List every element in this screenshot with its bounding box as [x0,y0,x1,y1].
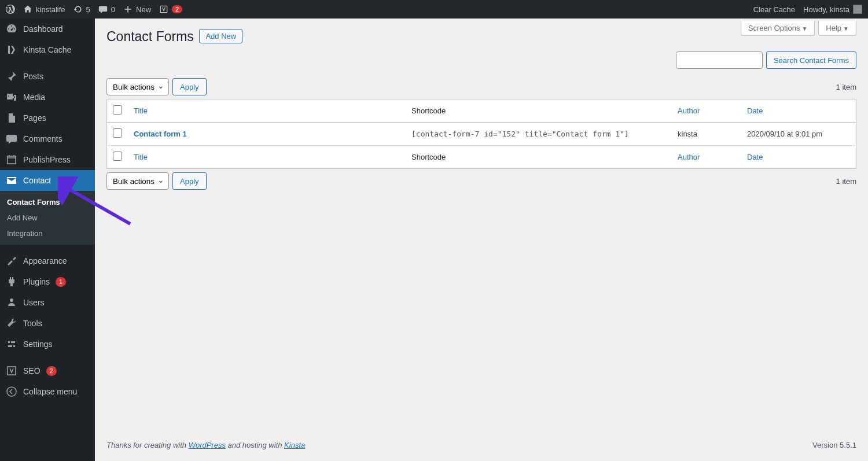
comments-link[interactable]: 0 [98,5,115,14]
new-content-link[interactable]: New [123,5,151,14]
sidebar-item-label: Collapse menu [23,387,77,396]
row-title-link[interactable]: Contact form 1 [134,130,187,138]
item-count-bottom: 1 item [836,177,856,186]
col-date-footer[interactable]: Date [741,146,856,169]
screen-options-tab[interactable]: Screen Options▼ [741,21,815,36]
site-name: kinstalife [36,5,65,14]
search-input[interactable] [676,51,763,69]
col-author-footer[interactable]: Author [672,146,741,169]
sidebar-item-media[interactable]: Media [0,87,95,108]
sidebar-item-label: PublishPress [23,155,71,164]
yoast-count: 2 [172,5,182,13]
sidebar-item-label: SEO [23,366,41,375]
sidebar-item-label: Kinsta Cache [23,45,71,54]
submenu-contact-forms[interactable]: Contact Forms [0,194,95,210]
apply-button[interactable]: Apply [172,78,207,95]
sidebar-item-comments[interactable]: Comments [0,128,95,149]
page-title: Contact Forms [106,29,194,45]
new-label: New [136,5,151,14]
col-shortcode: Shortcode [406,99,672,123]
clear-cache-label: Clear Cache [753,5,795,14]
avatar [853,5,862,14]
bulk-actions-select[interactable]: Bulk actions [106,78,169,95]
updates-count: 5 [86,5,90,14]
sidebar-item-label: Dashboard [23,24,63,34]
table-row: Contact form 1 [contact-form-7 id="152" … [107,123,856,146]
sidebar-item-seo[interactable]: SEO2 [0,360,95,381]
pages-icon [6,112,17,124]
calendar-icon [6,154,17,165]
sidebar-item-label: Users [23,298,45,307]
sidebar-item-users[interactable]: Users [0,292,95,313]
svg-point-0 [7,387,16,396]
kinsta-link[interactable]: Kinsta [284,441,305,449]
bulk-actions-select-bottom[interactable]: Bulk actions [106,172,169,190]
contact-submenu: Contact Forms Add New Integration [0,191,95,245]
clear-cache-link[interactable]: Clear Cache [753,5,795,14]
comments-icon [6,133,17,145]
admin-sidebar: Dashboard Kinsta Cache Posts Media Pages… [0,19,95,461]
wp-logo[interactable] [6,5,15,14]
sidebar-item-label: Posts [23,72,43,81]
yoast-icon [159,5,168,14]
footer: Thanks for creating with WordPress and h… [106,418,856,449]
item-count: 1 item [836,83,856,91]
chevron-down-icon: ▼ [843,25,849,32]
sidebar-item-label: Comments [23,134,62,143]
submenu-integration[interactable]: Integration [0,226,95,241]
admin-bar: kinstalife 5 0 New 2 Clear Cache Howdy, … [0,0,868,19]
kinsta-icon [6,44,17,56]
settings-icon [6,338,17,350]
row-date: 2020/09/10 at 9:01 pm [741,123,856,146]
sidebar-item-settings[interactable]: Settings [0,334,95,355]
plus-icon [123,5,133,14]
wordpress-icon [6,5,15,14]
users-icon [6,297,17,308]
yoast-link[interactable]: 2 [159,5,182,14]
sidebar-item-label: Tools [23,319,42,328]
wordpress-link[interactable]: WordPress [189,441,226,449]
col-title-footer[interactable]: Title [128,146,406,169]
plugin-icon [6,276,17,287]
sidebar-item-plugins[interactable]: Plugins1 [0,271,95,292]
chevron-down-icon: ▼ [801,25,807,32]
updates-link[interactable]: 5 [73,5,90,14]
search-button[interactable]: Search Contact Forms [766,51,856,69]
apply-button-bottom[interactable]: Apply [172,172,207,190]
sidebar-item-publishpress[interactable]: PublishPress [0,149,95,170]
refresh-icon [73,5,83,14]
sidebar-item-label: Contact [23,176,51,185]
row-shortcode: [contact-form-7 id="152" title="Contact … [411,130,629,138]
seo-icon [6,365,17,377]
sidebar-item-contact[interactable]: Contact [0,170,95,191]
sidebar-item-pages[interactable]: Pages [0,108,95,128]
mail-icon [6,175,17,186]
sidebar-collapse[interactable]: Collapse menu [0,381,95,402]
site-link[interactable]: kinstalife [23,5,65,14]
col-author[interactable]: Author [672,99,741,123]
col-title[interactable]: Title [128,99,406,123]
submenu-add-new[interactable]: Add New [0,210,95,226]
comments-count: 0 [111,5,115,14]
help-tab[interactable]: Help▼ [818,21,856,36]
sidebar-item-label: Pages [23,113,46,123]
sidebar-item-posts[interactable]: Posts [0,66,95,87]
account-link[interactable]: Howdy, kinsta [803,5,862,14]
row-checkbox[interactable] [113,128,122,138]
sidebar-item-dashboard[interactable]: Dashboard [0,19,95,39]
select-all-checkbox[interactable] [113,105,122,115]
tools-icon [6,318,17,329]
col-date[interactable]: Date [741,99,856,123]
plugins-count-badge: 1 [56,277,66,287]
howdy-label: Howdy, kinsta [803,5,849,14]
select-all-checkbox-footer[interactable] [113,152,122,161]
footer-text: and hosting with [226,441,284,449]
dashboard-icon [6,23,17,35]
content-area: Screen Options▼ Help▼ Contact Forms Add … [95,19,868,461]
add-new-button[interactable]: Add New [199,29,242,43]
footer-text: Thanks for creating with [106,441,189,449]
sidebar-item-appearance[interactable]: Appearance [0,250,95,271]
sidebar-item-label: Appearance [23,256,67,265]
sidebar-item-tools[interactable]: Tools [0,313,95,334]
sidebar-item-kinsta-cache[interactable]: Kinsta Cache [0,39,95,60]
